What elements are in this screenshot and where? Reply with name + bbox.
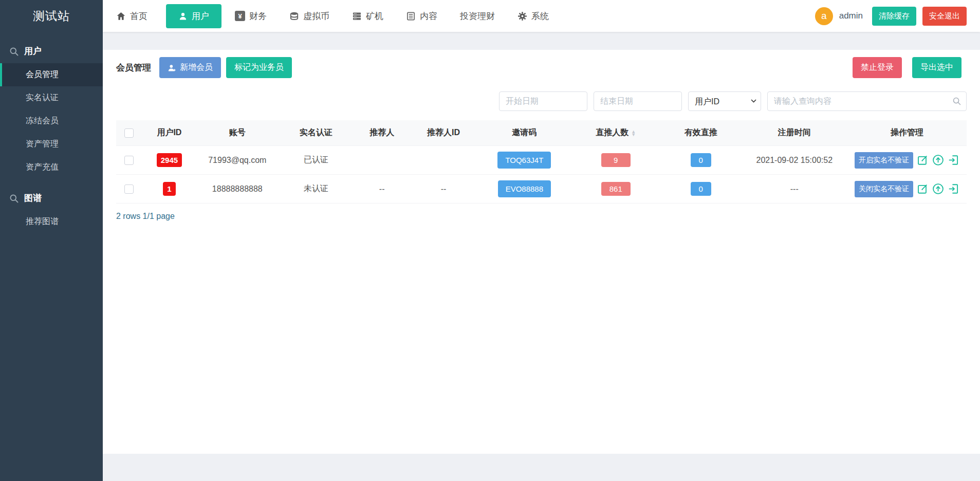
sidebar-item-asset-recharge[interactable]: 资产充值 (0, 156, 103, 179)
action-cell: 开启实名不验证 (849, 152, 965, 169)
referrer-cell (354, 146, 410, 175)
edit-icon[interactable] (917, 183, 929, 195)
account-cell: 71993@qq.com (197, 146, 278, 175)
action-cell: 关闭实名不验证 (849, 181, 965, 197)
sidebar-section-users-header[interactable]: 用户 (0, 39, 103, 63)
direct-count-badge: 861 (601, 182, 631, 196)
account-cell: 18888888888 (197, 175, 278, 203)
top-navbar: 首页 用户 ¥ 财务 虚拟币 (103, 0, 980, 32)
field-select-wrap: 用户ID (688, 91, 761, 111)
upload-icon[interactable] (932, 154, 944, 166)
user-id-badge: 1 (163, 182, 175, 196)
yen-icon: ¥ (235, 11, 245, 21)
nav-item-finance[interactable]: ¥ 财务 (235, 10, 267, 22)
realname-cell: 未认证 (278, 175, 354, 203)
toolbar-right: 禁止登录 导出选中 (853, 57, 967, 78)
toggle-realname-button[interactable]: 开启实名不验证 (855, 152, 913, 169)
end-date-input[interactable] (594, 91, 682, 111)
add-member-button[interactable]: 新增会员 (159, 57, 221, 78)
navbar-right: a admin 清除缓存 安全退出 (815, 7, 967, 26)
edit-icon[interactable] (917, 154, 929, 166)
mark-salesman-button[interactable]: 标记为业务员 (226, 57, 292, 78)
nav-item-users[interactable]: 用户 (166, 4, 221, 28)
sidebar-item-referral-graph[interactable]: 推荐图谱 (0, 210, 103, 233)
document-icon (406, 11, 416, 21)
header-realname: 实名认证 (278, 120, 354, 146)
username[interactable]: admin (839, 11, 863, 21)
sort-icon[interactable]: ▲▼ (631, 130, 636, 136)
pagination-summary: 2 rows 1/1 page (116, 212, 967, 221)
main-area: 首页 用户 ¥ 财务 虚拟币 (103, 0, 980, 481)
upload-icon[interactable] (932, 183, 944, 195)
logout-button[interactable]: 安全退出 (922, 7, 967, 26)
home-icon (116, 11, 126, 21)
invite-code-button[interactable]: EVO88888 (498, 180, 551, 197)
toggle-realname-button[interactable]: 关闭实名不验证 (855, 181, 913, 197)
sidebar-section-label: 用户 (24, 45, 42, 57)
header-register-time: 注册时间 (741, 120, 847, 146)
search-input[interactable] (767, 91, 967, 111)
forbid-login-button[interactable]: 禁止登录 (853, 57, 902, 78)
table-row: 2945 71993@qq.com 已认证 TOQ63J4T 9 0 2021-… (116, 146, 967, 175)
page-title: 会员管理 (116, 62, 151, 73)
table-row: 1 18888888888 未认证 -- -- EVO88888 861 0 -… (116, 175, 967, 203)
login-as-icon[interactable] (948, 154, 959, 166)
sidebar-section-users: 用户 会员管理 实名认证 冻结会员 资产管理 资产充值 (0, 39, 103, 179)
valid-direct-badge: 0 (691, 182, 711, 196)
user-icon (178, 11, 188, 21)
user-id-badge: 2945 (157, 153, 182, 167)
content-card: 会员管理 新增会员 标记为业务员 禁止登录 导出选中 (103, 50, 980, 454)
nav-item-crypto[interactable]: 虚拟币 (289, 10, 329, 22)
sidebar-item-member-management[interactable]: 会员管理 (0, 63, 103, 86)
header-valid-direct: 有效直推 (660, 120, 741, 146)
sidebar-section-label: 图谱 (24, 192, 42, 204)
members-table: 用户ID 账号 实名认证 推荐人 推荐人ID 邀请码 直推人数▲▼ 有效直推 注… (116, 120, 967, 203)
sidebar-section-graph: 图谱 推荐图谱 (0, 186, 103, 233)
avatar[interactable]: a (815, 7, 833, 25)
row-checkbox[interactable] (124, 156, 134, 165)
search-wrap (767, 91, 967, 111)
sidebar-item-realname-auth[interactable]: 实名认证 (0, 86, 103, 109)
field-select[interactable]: 用户ID (688, 91, 761, 111)
add-user-icon (168, 63, 176, 72)
valid-direct-badge: 0 (691, 153, 711, 167)
header-account: 账号 (197, 120, 278, 146)
nav-item-system[interactable]: 系统 (517, 10, 549, 22)
direct-count-badge: 9 (601, 153, 631, 167)
gear-icon (517, 11, 527, 21)
register-time-cell: --- (741, 175, 847, 203)
header-referrer-id: 推荐人ID (410, 120, 477, 146)
header-user-id: 用户ID (142, 120, 197, 146)
sidebar-item-frozen-members[interactable]: 冻结会员 (0, 109, 103, 133)
server-icon (352, 11, 362, 21)
sidebar-section-graph-header[interactable]: 图谱 (0, 186, 103, 210)
register-time-cell: 2021-09-02 15:00:52 (741, 146, 847, 175)
sidebar: 测试站 用户 会员管理 实名认证 冻结会员 资产管理 资产充值 图谱 推荐图谱 (0, 0, 103, 481)
start-date-input[interactable] (499, 91, 587, 111)
sidebar-item-asset-management[interactable]: 资产管理 (0, 133, 103, 156)
coins-icon (289, 11, 299, 21)
header-direct-count: 直推人数▲▼ (571, 120, 660, 146)
nav-item-home[interactable]: 首页 (116, 10, 147, 22)
select-all-checkbox[interactable] (124, 128, 134, 138)
toolbar: 会员管理 新增会员 标记为业务员 禁止登录 导出选中 (116, 57, 967, 78)
search-icon (9, 46, 19, 56)
invite-code-button[interactable]: TOQ63J4T (497, 152, 551, 169)
referrer-cell: -- (354, 175, 410, 203)
clear-cache-button[interactable]: 清除缓存 (872, 7, 916, 26)
nav-item-miners[interactable]: 矿机 (352, 10, 383, 22)
export-selected-button[interactable]: 导出选中 (912, 57, 961, 78)
referrer-id-cell (410, 146, 477, 175)
header-invite-code: 邀请码 (477, 120, 571, 146)
row-checkbox[interactable] (124, 184, 134, 194)
login-as-icon[interactable] (948, 183, 959, 195)
referrer-id-cell: -- (410, 175, 477, 203)
nav-item-content[interactable]: 内容 (406, 10, 437, 22)
header-actions: 操作管理 (847, 120, 967, 146)
header-referrer: 推荐人 (354, 120, 410, 146)
filter-row: 用户ID (116, 91, 967, 111)
nav-item-investment[interactable]: 投资理财 (460, 10, 495, 22)
search-icon (9, 193, 19, 203)
table-header-row: 用户ID 账号 实名认证 推荐人 推荐人ID 邀请码 直推人数▲▼ 有效直推 注… (116, 120, 967, 146)
app-title: 测试站 (0, 0, 103, 32)
